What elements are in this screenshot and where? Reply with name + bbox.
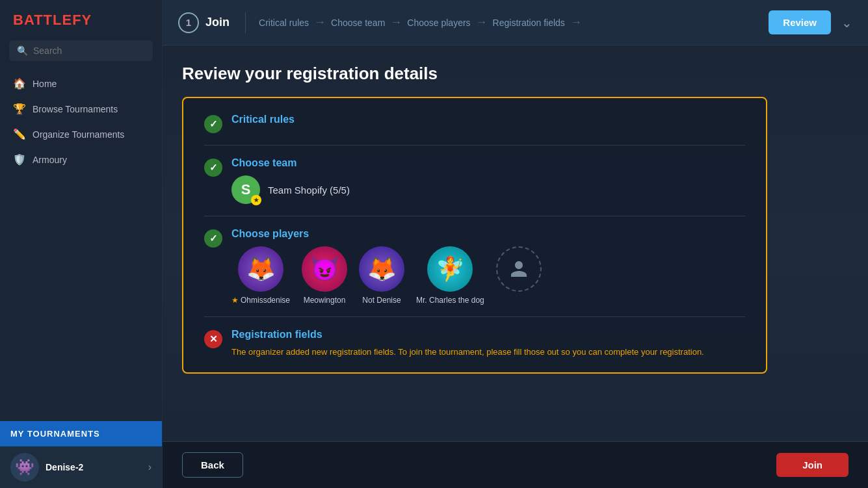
- step-critical-rules[interactable]: Critical rules: [259, 18, 309, 28]
- logo-text1: BATTLE: [13, 12, 72, 28]
- team-row: S ★ Team Shopify (5/5): [231, 175, 745, 204]
- sidebar-item-organize-tournaments[interactable]: ✏️ Organize Tournaments: [5, 122, 157, 146]
- search-icon: 🔍: [17, 45, 28, 56]
- player-avatar-1: 🦊: [238, 246, 283, 292]
- critical-rules-status: ✓: [204, 115, 222, 133]
- team-logo-badge: ★: [251, 195, 261, 205]
- review-button[interactable]: Review: [769, 10, 831, 34]
- critical-rules-section: ✓ Critical rules: [204, 114, 745, 146]
- step-join: 1 Join: [178, 12, 246, 33]
- sidebar-item-armoury-label: Armoury: [33, 155, 67, 165]
- tournament-name: Denise-2: [46, 462, 142, 472]
- check-icon-3: ✓: [209, 233, 218, 244]
- content-area: Review your registration details ✓ Criti…: [163, 45, 868, 441]
- armoury-icon: 🛡️: [13, 153, 26, 166]
- header: 1 Join Critical rules → Choose team → Ch…: [163, 0, 868, 45]
- logo: BATTLEFY: [0, 0, 162, 40]
- players-row: 🦊 ★ Ohmissdenise 😈 Meowington: [231, 246, 745, 305]
- player-name-row-2: Meowington: [304, 296, 346, 305]
- critical-rules-content: Critical rules: [231, 114, 745, 132]
- player-name-row-3: Not Denise: [362, 296, 401, 305]
- step-choose-team[interactable]: Choose team: [331, 18, 385, 28]
- sidebar-item-home-label: Home: [33, 79, 57, 89]
- team-name: Team Shopify (5/5): [268, 185, 350, 196]
- choose-team-title[interactable]: Choose team: [231, 157, 745, 169]
- player-avatar-4: 🧚: [427, 246, 473, 292]
- home-icon: 🏠: [13, 77, 26, 90]
- choose-players-content: Choose players 🦊 ★ Ohmissdenise 😈: [231, 228, 745, 305]
- player-card-2: 😈 Meowington: [302, 246, 347, 305]
- nav-items: 🏠 Home 🏆 Browse Tournaments ✏️ Organize …: [0, 71, 162, 172]
- sidebar-item-home[interactable]: 🏠 Home: [5, 71, 157, 96]
- arrow-icon-1: →: [314, 16, 326, 29]
- search-input[interactable]: [33, 45, 145, 56]
- my-tournaments-section: MY TOURNAMENTS: [0, 421, 162, 446]
- player-name-4: Mr. Charles the dog: [416, 296, 484, 305]
- team-logo: S ★: [231, 175, 260, 204]
- player-name-3: Not Denise: [362, 296, 401, 305]
- sidebar-item-organize-label: Organize Tournaments: [33, 129, 124, 140]
- registration-error-text: The organizer added new registration fie…: [231, 347, 745, 357]
- choose-team-status: ✓: [204, 159, 222, 177]
- player-avatar-3: 🦊: [359, 246, 404, 292]
- registration-fields-title[interactable]: Registration fields: [231, 329, 745, 340]
- registration-fields-status: ✕: [204, 330, 222, 348]
- team-logo-letter: S: [241, 181, 251, 198]
- main-content: 1 Join Critical rules → Choose team → Ch…: [163, 0, 868, 488]
- x-icon: ✕: [209, 333, 218, 345]
- registration-fields-content: Registration fields The organizer added …: [231, 329, 745, 357]
- sidebar-item-armoury[interactable]: 🛡️ Armoury: [5, 148, 157, 172]
- step-join-label: Join: [205, 16, 230, 29]
- empty-slot-avatar: [496, 246, 542, 292]
- choose-team-content: Choose team S ★ Team Shopify (5/5): [231, 157, 745, 204]
- logo-text2: FY: [72, 12, 92, 28]
- step-choose-players[interactable]: Choose players: [407, 18, 470, 28]
- my-tournaments-label: MY TOURNAMENTS: [10, 429, 100, 439]
- check-icon-1: ✓: [209, 118, 218, 130]
- join-button[interactable]: Join: [776, 453, 848, 477]
- player-name-row-1: ★ Ohmissdenise: [231, 296, 290, 305]
- arrow-icon-2: →: [390, 16, 402, 29]
- tournament-avatar: 👾: [10, 453, 39, 482]
- choose-players-section: ✓ Choose players 🦊 ★ Ohmissdenise: [204, 228, 745, 317]
- review-card: ✓ Critical rules ✓ Choose team: [182, 97, 767, 374]
- sidebar-item-browse-tournaments[interactable]: 🏆 Browse Tournaments: [5, 97, 157, 121]
- player-name-row-4: Mr. Charles the dog: [416, 296, 484, 305]
- player-card-empty: [496, 246, 542, 292]
- sidebar: BATTLEFY 🔍 🏠 Home 🏆 Browse Tournaments ✏…: [0, 0, 163, 488]
- browse-icon: 🏆: [13, 103, 26, 115]
- search-bar[interactable]: 🔍: [9, 40, 153, 61]
- arrow-icon-3: →: [476, 16, 488, 29]
- sidebar-item-browse-label: Browse Tournaments: [33, 104, 118, 114]
- registration-fields-section: ✕ Registration fields The organizer adde…: [204, 329, 745, 357]
- back-button[interactable]: Back: [182, 452, 243, 478]
- critical-rules-title[interactable]: Critical rules: [231, 114, 745, 125]
- player-card-4: 🧚 Mr. Charles the dog: [416, 246, 484, 305]
- chevron-down-icon[interactable]: ⌄: [841, 15, 852, 31]
- player-card-3: 🦊 Not Denise: [359, 246, 404, 305]
- player-name-2: Meowington: [304, 296, 346, 305]
- check-icon-2: ✓: [209, 162, 218, 173]
- star-icon-1: ★: [231, 296, 239, 305]
- arrow-icon-4: →: [570, 16, 582, 29]
- step-registration-fields[interactable]: Registration fields: [493, 18, 565, 28]
- player-avatar-2: 😈: [302, 246, 347, 292]
- player-card-1: 🦊 ★ Ohmissdenise: [231, 246, 290, 305]
- player-name-1: Ohmissdenise: [241, 296, 290, 305]
- step-number: 1: [178, 12, 199, 33]
- choose-team-section: ✓ Choose team S ★ Team Shopify (5/5): [204, 157, 745, 216]
- page-title: Review your registration details: [182, 64, 848, 84]
- chevron-right-icon: ›: [148, 461, 151, 473]
- choose-players-status: ✓: [204, 229, 222, 248]
- organize-icon: ✏️: [13, 128, 26, 140]
- footer: Back Join: [163, 441, 868, 488]
- avatar-emoji: 👾: [15, 458, 34, 476]
- stepper-steps: Critical rules → Choose team → Choose pl…: [246, 10, 831, 34]
- choose-players-title[interactable]: Choose players: [231, 228, 745, 240]
- my-tournament-item[interactable]: 👾 Denise-2 ›: [0, 446, 162, 488]
